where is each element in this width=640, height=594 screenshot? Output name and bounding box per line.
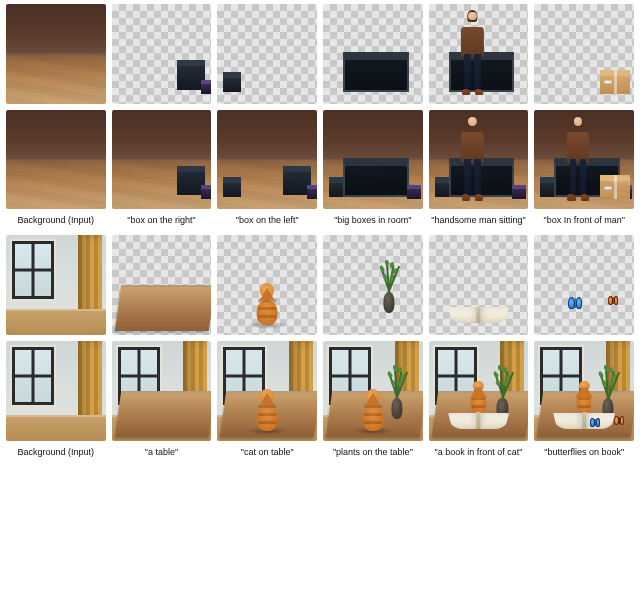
caption-a-2: "box on the left" (217, 215, 317, 225)
caption-b-5: "butterflies on book" (534, 447, 634, 457)
caption-input-b: Background (Input) (6, 447, 106, 457)
cat-icon (252, 283, 282, 325)
scene-a-captions: Background (Input) "box on the right" "b… (6, 215, 634, 225)
scene-a-step-3-element (323, 4, 423, 104)
scene-b-input (6, 235, 106, 335)
scene-a-step-2-element (217, 4, 317, 104)
scene-a-row-elements (6, 4, 634, 104)
scene-a-step-1-element (112, 4, 212, 104)
caption-a-3: "big boxes in room" (323, 215, 423, 225)
scene-a-step-5-element (534, 4, 634, 104)
caption-b-1: "a table" (112, 447, 212, 457)
iterative-generation-figure: Background (Input) "box on the right" "b… (0, 0, 640, 471)
caption-a-1: "box on the right" (112, 215, 212, 225)
scene-b-step-2-composite (217, 341, 317, 441)
scene-a-step-2-composite (217, 110, 317, 210)
plant-icon (379, 257, 399, 313)
scene-a-step-3-composite (323, 110, 423, 210)
caption-a-4: "handsome man sitting" (429, 215, 529, 225)
caption-b-4: "a book in front of cat" (429, 447, 529, 457)
scene-b-step-3-composite (323, 341, 423, 441)
scene-a-step-5-composite (534, 110, 634, 210)
scene-b-step-1-element (112, 235, 212, 335)
scene-b-step-5-element (534, 235, 634, 335)
scene-b-row-elements (6, 235, 634, 335)
caption-a-5: "box In front of man" (534, 215, 634, 225)
scene-b-step-4-element (429, 235, 529, 335)
man-icon (457, 10, 489, 94)
scene-b-step-3-element (323, 235, 423, 335)
book-icon (450, 305, 508, 325)
scene-b-step-4-composite (429, 341, 529, 441)
scene-b-input-dup (6, 341, 106, 441)
scene-b-step-5-composite (534, 341, 634, 441)
scene-a-input-dup (6, 110, 106, 210)
scene-b-step-2-element (217, 235, 317, 335)
scene-a-input (6, 4, 106, 104)
scene-b-row-composite (6, 341, 634, 441)
scene-a-step-4-element (429, 4, 529, 104)
scene-a-step-1-composite (112, 110, 212, 210)
scene-a-row-composite (6, 110, 634, 210)
scene-a-step-4-composite (429, 110, 529, 210)
caption-input-a: Background (Input) (6, 215, 106, 225)
caption-b-3: "plants on the table" (323, 447, 423, 457)
caption-b-2: "cat on table" (217, 447, 317, 457)
scene-b-step-1-composite (112, 341, 212, 441)
scene-b-captions: Background (Input) "a table" "cat on tab… (6, 447, 634, 457)
